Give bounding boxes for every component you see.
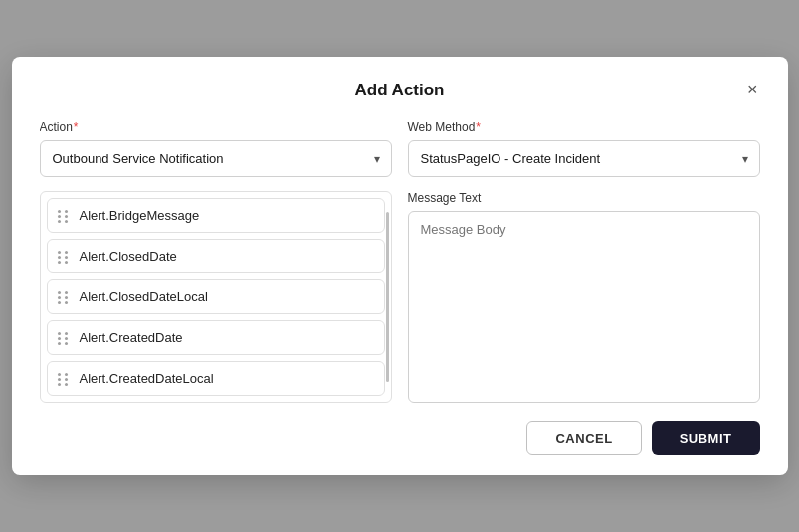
drag-handle-icon <box>58 291 70 303</box>
modal-dialog: Add Action × Action* Outbound Service No… <box>12 57 788 475</box>
list-item-text: Alert.CreatedDate <box>80 330 183 345</box>
submit-button[interactable]: SUBMIT <box>652 421 760 455</box>
modal-footer: CANCEL SUBMIT <box>40 421 760 455</box>
list-item[interactable]: Alert.CreatedDateLocal <box>47 361 385 396</box>
message-text-label: Message Text <box>408 191 760 205</box>
list-item-text: Alert.CreatedDateLocal <box>80 371 214 386</box>
list-item[interactable]: Alert.ClosedDateLocal <box>47 279 385 314</box>
action-select-wrapper: Outbound Service Notification ▾ <box>40 140 392 177</box>
modal-header: Add Action × <box>40 81 760 100</box>
left-panel: Action* Outbound Service Notification ▾ … <box>40 120 392 403</box>
action-select[interactable]: Outbound Service Notification <box>40 140 392 177</box>
list-item-text: Alert.BridgeMessage <box>80 208 200 223</box>
modal-body: Action* Outbound Service Notification ▾ … <box>40 120 760 403</box>
list-item-text: Alert.ClosedDate <box>80 249 177 264</box>
list-item[interactable]: Alert.BridgeMessage <box>47 198 385 233</box>
list-item[interactable]: Alert.CreatedDate <box>47 320 385 355</box>
web-method-select-wrapper: StatusPageIO - Create Incident ▾ <box>408 140 760 177</box>
drag-handle-icon <box>58 251 70 263</box>
modal-overlay: Add Action × Action* Outbound Service No… <box>0 0 799 532</box>
list-item-text: Alert.ClosedDateLocal <box>80 289 208 304</box>
action-field-label: Action* <box>40 120 392 134</box>
list-item[interactable]: Alert.ClosedDate <box>47 239 385 273</box>
list-container: Alert.BridgeMessageAlert.ClosedDateAlert… <box>40 191 392 403</box>
cancel-button[interactable]: CANCEL <box>526 421 641 455</box>
right-panel: Web Method* StatusPageIO - Create Incide… <box>408 120 760 403</box>
modal-title: Add Action <box>354 81 444 100</box>
message-text-input[interactable] <box>408 211 760 403</box>
drag-handle-icon <box>58 332 70 344</box>
close-button[interactable]: × <box>745 81 760 98</box>
drag-handle-icon <box>58 210 70 222</box>
web-method-select[interactable]: StatusPageIO - Create Incident <box>408 140 760 177</box>
web-method-field-label: Web Method* <box>408 120 760 134</box>
drag-handle-icon <box>58 373 70 385</box>
